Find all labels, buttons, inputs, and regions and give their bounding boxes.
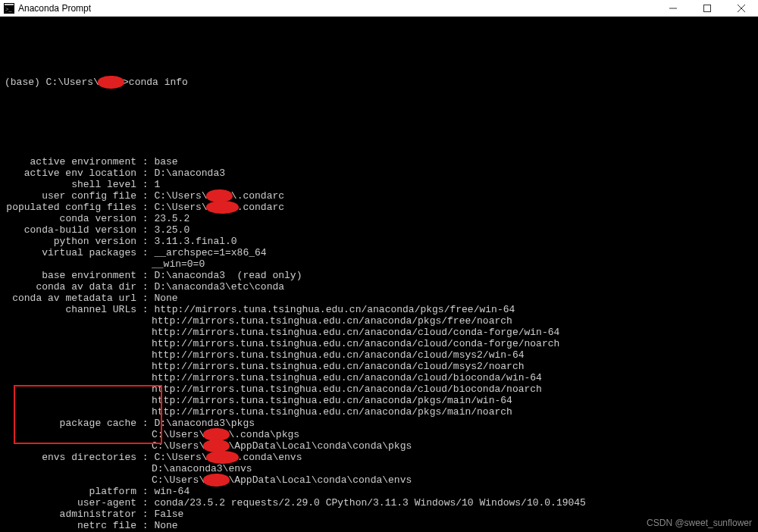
separator: : <box>136 486 154 497</box>
info-value: D:\anaconda3 (read only) <box>154 270 302 281</box>
redacted-text <box>208 452 237 463</box>
info-label: conda av data dir <box>5 281 136 293</box>
info-row-cont: C:\Users\ \AppData\Local\conda\conda\env… <box>5 474 753 486</box>
info-label: base environment <box>5 270 136 281</box>
separator: : <box>136 520 154 531</box>
info-value: __win=0=0 <box>152 258 205 270</box>
info-value: __archspec=1=x86_64 <box>154 247 266 258</box>
maximize-button[interactable] <box>690 0 724 16</box>
info-value-prefix: C:\Users\ <box>152 440 205 452</box>
redacted-text <box>205 474 228 486</box>
info-row: conda av metadata url : None <box>5 293 753 304</box>
info-row: virtual packages : __archspec=1=x86_64 <box>5 247 753 258</box>
info-value: 3.11.3.final.0 <box>154 236 236 247</box>
svg-rect-1 <box>5 4 14 5</box>
info-label: populated config files <box>5 202 136 213</box>
info-row: user config file : C:\Users\ \.condarc <box>5 190 753 202</box>
watermark: CSDN @sweet_sunflower <box>647 518 752 529</box>
info-value: http://mirrors.tuna.tsinghua.edu.cn/anac… <box>152 338 559 349</box>
info-value: D:\anaconda3 <box>154 167 225 179</box>
info-value: win-64 <box>154 486 190 497</box>
titlebar[interactable]: >_ Anaconda Prompt <box>0 0 758 17</box>
info-row-cont: http://mirrors.tuna.tsinghua.edu.cn/anac… <box>5 315 753 327</box>
window-title: Anaconda Prompt <box>18 3 656 14</box>
info-row: base environment : D:\anaconda3 (read on… <box>5 270 753 281</box>
separator: : <box>136 509 154 520</box>
info-value-prefix: C:\Users\ <box>152 429 205 440</box>
info-value: 3.25.0 <box>154 224 190 236</box>
command: conda info <box>129 77 188 88</box>
prompt-line: (base) C:\Users\ >conda info <box>5 77 753 88</box>
info-row-cont: D:\anaconda3\envs <box>5 463 753 474</box>
info-value: http://mirrors.tuna.tsinghua.edu.cn/anac… <box>152 372 542 383</box>
info-value-prefix: C:\Users\ <box>152 474 205 486</box>
info-value: http://mirrors.tuna.tsinghua.edu.cn/anac… <box>152 315 512 327</box>
info-value: conda/23.5.2 requests/2.29.0 CPython/3.1… <box>154 497 586 509</box>
info-row-cont: __win=0=0 <box>5 258 753 270</box>
minimize-button[interactable] <box>656 0 690 16</box>
info-value: http://mirrors.tuna.tsinghua.edu.cn/anac… <box>152 395 512 406</box>
info-label: active environment <box>5 156 136 167</box>
info-row: populated config files : C:\Users\ .cond… <box>5 202 753 213</box>
info-value-suffix: .condarc <box>237 202 284 213</box>
info-label: conda-build version <box>5 224 136 236</box>
redacted-text <box>205 440 228 452</box>
info-row-cont: http://mirrors.tuna.tsinghua.edu.cn/anac… <box>5 327 753 338</box>
info-row: python version : 3.11.3.final.0 <box>5 236 753 247</box>
info-row: netrc file : None <box>5 520 753 531</box>
redacted-text <box>205 429 228 440</box>
info-row-cont: http://mirrors.tuna.tsinghua.edu.cn/anac… <box>5 395 753 406</box>
info-value: http://mirrors.tuna.tsinghua.edu.cn/anac… <box>152 349 524 361</box>
info-value-suffix: .conda\envs <box>237 452 302 463</box>
window-controls <box>656 0 758 16</box>
info-value: http://mirrors.tuna.tsinghua.edu.cn/anac… <box>152 361 524 372</box>
separator: : <box>136 224 154 236</box>
redacted-username <box>99 77 123 88</box>
info-value: False <box>154 509 183 520</box>
info-row: active environment : base <box>5 156 753 167</box>
terminal-output[interactable]: (base) C:\Users\ >conda info active envi… <box>0 17 758 532</box>
info-row-cont: C:\Users\ \.conda\pkgs <box>5 429 753 440</box>
info-label: netrc file <box>5 520 136 531</box>
close-button[interactable] <box>724 0 758 16</box>
info-label: envs directories <box>5 452 136 463</box>
prompt-path-prefix: C:\Users\ <box>40 77 99 88</box>
info-value: None <box>154 293 177 304</box>
info-row: platform : win-64 <box>5 486 753 497</box>
info-label: user config file <box>5 190 136 202</box>
info-label: platform <box>5 486 136 497</box>
info-value-suffix: \AppData\Local\conda\conda\pkgs <box>228 440 412 452</box>
blank-line <box>5 111 753 122</box>
svg-text:>_: >_ <box>5 6 13 13</box>
svg-rect-5 <box>703 5 710 11</box>
separator: : <box>136 190 154 202</box>
info-row: conda-build version : 3.25.0 <box>5 224 753 236</box>
separator: : <box>136 179 154 190</box>
separator: : <box>136 497 154 509</box>
app-icon: >_ <box>3 2 15 14</box>
redacted-text <box>208 202 237 213</box>
info-value-prefix: C:\Users\ <box>154 452 207 463</box>
separator: : <box>136 304 154 315</box>
separator: : <box>136 202 154 213</box>
info-label: active env location <box>5 167 136 179</box>
info-row: active env location : D:\anaconda3 <box>5 167 753 179</box>
info-row: conda version : 23.5.2 <box>5 213 753 224</box>
separator: : <box>136 281 154 293</box>
info-value: None <box>154 520 177 531</box>
info-label: channel URLs <box>5 304 136 315</box>
info-value: D:\anaconda3\etc\conda <box>154 281 284 293</box>
info-value: http://mirrors.tuna.tsinghua.edu.cn/anac… <box>152 406 512 418</box>
info-row: channel URLs : http://mirrors.tuna.tsing… <box>5 304 753 315</box>
info-value: D:\anaconda3\pkgs <box>154 418 255 429</box>
info-row: conda av data dir : D:\anaconda3\etc\con… <box>5 281 753 293</box>
info-value: D:\anaconda3\envs <box>152 463 252 474</box>
separator: : <box>136 418 154 429</box>
info-label: administrator <box>5 509 136 520</box>
info-label: conda av metadata url <box>5 293 136 304</box>
info-value: 1 <box>154 179 160 190</box>
info-row: administrator : False <box>5 509 753 520</box>
info-row-cont: http://mirrors.tuna.tsinghua.edu.cn/anac… <box>5 372 753 383</box>
info-value-prefix: C:\Users\ <box>154 190 207 202</box>
redacted-text <box>208 190 231 202</box>
